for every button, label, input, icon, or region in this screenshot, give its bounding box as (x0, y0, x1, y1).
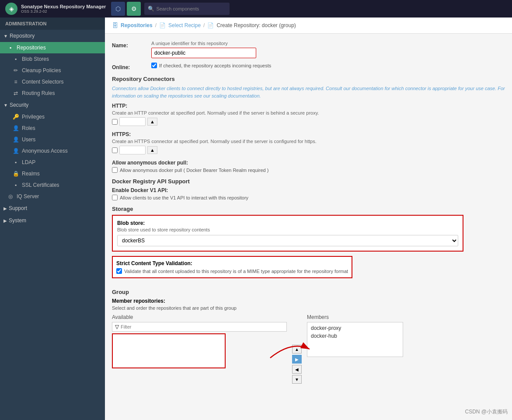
http-spinner-up[interactable]: ▲ (147, 118, 157, 126)
sidebar-item-anonymous-access[interactable]: 👤 Anonymous Access (0, 145, 105, 157)
sidebar-section-support[interactable]: ▶ Support (0, 202, 105, 214)
enable-v1-group: Enable Docker V1 API: Allow clients to u… (112, 187, 505, 200)
content-icon: ≡ (12, 79, 19, 85)
enable-v1-checkbox[interactable] (112, 195, 118, 200)
app-logo: ◈ Sonatype Nexus Repository Manager OSS … (5, 3, 106, 15)
https-title: HTTPS: (112, 131, 505, 137)
breadcrumb-select-recipe-link[interactable]: Select Recipe (168, 22, 201, 28)
move-down-button[interactable]: ▼ (292, 375, 302, 384)
https-spinner-up[interactable]: ▲ (147, 146, 157, 154)
main-layout: Administration ▼ Repository ▪ Repositori… (0, 18, 512, 420)
sidebar-section-system-label: System (9, 217, 26, 224)
online-checkbox[interactable] (151, 63, 157, 68)
http-hint: Create an HTTP connector at specified po… (112, 110, 505, 116)
storage-box: Blob store: Blob store used to store rep… (112, 215, 463, 252)
name-label: Name: (112, 41, 151, 49)
blob-icon: ▪ (12, 56, 19, 62)
sidebar-section-system[interactable]: ▶ System (0, 214, 105, 227)
sidebar-label-content-selectors: Content Selectors (22, 79, 63, 85)
member-controls: ▲ ▶ ◀ ▼ (292, 332, 302, 384)
sidebar-section-repository[interactable]: ▼ Repository (0, 30, 105, 42)
online-field: If checked, the repository accepts incom… (151, 63, 505, 68)
realms-icon: 🔒 (12, 171, 19, 177)
filter-input[interactable] (121, 324, 284, 329)
storage-section-title: Storage (112, 206, 505, 212)
member-available: Available ▽ (112, 314, 287, 368)
breadcrumb-icon: 🗄 (112, 22, 118, 29)
sidebar-item-routing-rules[interactable]: ⇄ Routing Rules (0, 88, 105, 99)
strict-content-title: Strict Content Type Validation: (116, 260, 348, 266)
sidebar-label-users: Users (22, 136, 35, 143)
sidebar-item-realms[interactable]: 🔒 Realms (0, 168, 105, 179)
sidebar-label-roles: Roles (22, 125, 35, 131)
group-section: Group Member repositories: Select and or… (112, 289, 505, 384)
online-label: Online: (112, 63, 151, 70)
http-title: HTTP: (112, 103, 505, 109)
sidebar-item-ldap[interactable]: ▪ LDAP (0, 157, 105, 168)
sidebar-label-repositories: Repositories (17, 45, 46, 51)
strict-content-box: Strict Content Type Validation: Validate… (112, 256, 352, 278)
watermark: CSDN @小袁搬码 (465, 408, 508, 416)
https-checkbox[interactable] (112, 147, 118, 153)
search-input[interactable] (156, 6, 226, 11)
blob-store-hint: Blob store used to store repository cont… (117, 227, 458, 232)
breadcrumb-page-icon: 📄 (159, 22, 166, 28)
sidebar-item-cleanup-policies[interactable]: ✏ Cleanup Policies (0, 65, 105, 76)
sidebar-label-ssl-certificates: SSL Certificates (22, 182, 59, 188)
gear-nav-button[interactable]: ⚙ (127, 2, 141, 16)
sidebar-label-privileges: Privileges (22, 114, 45, 120)
anon-docker-checkbox[interactable] (112, 167, 118, 173)
sidebar-label-iq-server: IQ Server (17, 193, 39, 200)
search-bar[interactable]: 🔍 (144, 3, 230, 15)
blob-store-select[interactable]: dockerBS (117, 235, 458, 246)
docker-registry-title: Docker Registry API Support (112, 178, 505, 185)
https-hint: Create an HTTPS connector at specified p… (112, 139, 505, 144)
sidebar-item-privileges[interactable]: 🔑 Privileges (0, 111, 105, 122)
sidebar-item-ssl-certificates[interactable]: ▪ SSL Certificates (0, 179, 105, 191)
cube-nav-button[interactable]: ⬡ (111, 2, 125, 16)
http-group: HTTP: Create an HTTP connector at specif… (112, 103, 505, 126)
sidebar-item-iq-server[interactable]: ◎ IQ Server (0, 191, 105, 202)
sidebar-item-repositories[interactable]: ▪ Repositories (0, 42, 105, 53)
sidebar-header: Administration (0, 18, 105, 30)
red-arrow-annotation (266, 336, 318, 362)
sidebar-item-users[interactable]: 👤 Users (0, 134, 105, 145)
http-port-input[interactable] (119, 117, 146, 126)
name-input[interactable] (151, 48, 256, 58)
breadcrumb-repositories-link[interactable]: Repositories (121, 22, 153, 28)
iq-icon: ◎ (7, 193, 14, 200)
sidebar-section-security[interactable]: ▼ Security (0, 99, 105, 111)
arrow-right-icon: ▶ (3, 206, 7, 211)
strict-content-checkbox[interactable] (116, 268, 122, 274)
sidebar-item-roles[interactable]: 👤 Roles (0, 122, 105, 134)
name-hint: A unique identifier for this repository (151, 41, 505, 46)
arrow-down-icon: ▼ (3, 34, 8, 38)
breadcrumb-current: Create Repository: docker (group) (216, 22, 296, 28)
sidebar-label-ldap: LDAP (22, 159, 35, 165)
anon-docker-hint: Allow anonymous docker pull ( Docker Bea… (120, 168, 268, 173)
enable-v1-checkbox-row: Allow clients to use the V1 API to inter… (112, 195, 505, 200)
anon-docker-checkbox-row: Allow anonymous docker pull ( Docker Bea… (112, 167, 505, 173)
anon-icon: 👤 (12, 148, 19, 154)
filter-bar[interactable]: ▽ (112, 322, 287, 332)
cleanup-icon: ✏ (12, 67, 19, 74)
sidebar-item-blob-stores[interactable]: ▪ Blob Stores (0, 53, 105, 65)
https-port-input[interactable] (119, 146, 146, 154)
enable-v1-title: Enable Docker V1 API: (112, 187, 505, 193)
connectors-info: Connectors allow Docker clients to conne… (112, 85, 505, 99)
members-label: Members (307, 314, 403, 320)
strict-content-checkbox-row: Validate that all content uploaded to th… (116, 268, 348, 274)
ldap-icon: ▪ (12, 159, 19, 165)
member-selected: Members docker-proxy docker-hub (307, 314, 403, 357)
enable-v1-hint: Allow clients to use the V1 API to inter… (120, 195, 248, 200)
privileges-icon: 🔑 (12, 114, 19, 120)
sidebar-item-content-selectors[interactable]: ≡ Content Selectors (0, 76, 105, 88)
member-item-docker-proxy: docker-proxy (309, 324, 401, 332)
anon-docker-title: Allow anonymous docker pull: (112, 160, 505, 166)
http-checkbox[interactable] (112, 119, 118, 125)
move-left-button[interactable]: ◀ (292, 365, 302, 374)
sidebar-section-security-label: Security (10, 102, 28, 108)
routing-icon: ⇄ (12, 90, 19, 96)
blob-store-title: Blob store: (117, 220, 458, 226)
online-hint: If checked, the repository accepts incom… (159, 63, 271, 68)
